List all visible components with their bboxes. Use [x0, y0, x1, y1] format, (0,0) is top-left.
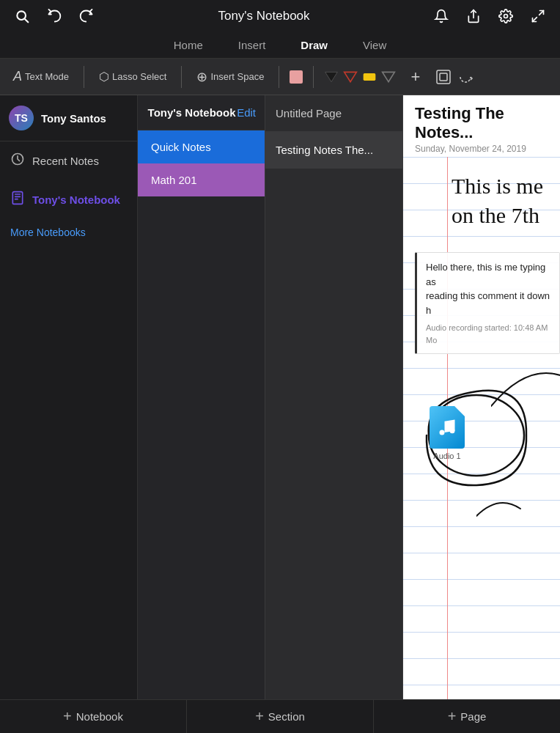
audio-file-icon — [430, 406, 465, 449]
note-typed-section: Hello there, this is me typing asreading… — [415, 252, 560, 354]
note-header: Testing The Notes... Sunday, November 24… — [403, 95, 560, 157]
toolbar-shapes — [324, 70, 396, 84]
redo-icon[interactable] — [76, 6, 97, 26]
search-icon[interactable] — [12, 6, 32, 26]
sections-panel: Tony's Notebook Edit Quick Notes Math 20… — [138, 95, 265, 699]
section-item-math-201[interactable]: Math 201 — [138, 163, 265, 196]
sidebar-item-recent-notes[interactable]: Recent Notes — [0, 141, 137, 180]
add-tool-button[interactable]: + — [406, 65, 424, 89]
sections-notebook-title: Tony's Notebook — [147, 106, 237, 119]
lasso-select-icon: ⬡ — [99, 70, 109, 84]
add-section-button[interactable]: + Section — [187, 700, 374, 733]
svg-point-3 — [504, 15, 508, 18]
undo-icon[interactable] — [44, 6, 65, 26]
more-notebooks-link[interactable]: More Notebooks — [0, 219, 137, 246]
top-bar-right — [431, 6, 548, 26]
sidebar-item-tonys-notebook[interactable]: Tony's Notebook — [0, 180, 137, 219]
sidebar-item-label-recent: Recent Notes — [32, 155, 99, 167]
curved-line-annotation — [491, 362, 560, 421]
notebook-title: Tony's Notebook — [218, 9, 309, 23]
extra-tools — [435, 68, 474, 86]
pages-panel: Untitled Page Testing Notes The... — [265, 95, 403, 699]
svg-rect-13 — [12, 192, 22, 205]
svg-line-4 — [539, 11, 544, 15]
svg-rect-10 — [437, 70, 450, 84]
tab-insert[interactable]: Insert — [232, 36, 272, 54]
add-section-icon: + — [255, 708, 264, 725]
svg-marker-6 — [325, 72, 338, 81]
note-title: Testing The Notes... — [415, 104, 548, 142]
edit-button[interactable]: Edit — [237, 106, 256, 119]
svg-marker-7 — [345, 72, 357, 81]
pen-tool-black-icon[interactable] — [324, 70, 339, 84]
avatar-initials: TS — [15, 112, 28, 124]
clock-icon — [10, 152, 25, 170]
text-mode-button[interactable]: A Text Mode — [9, 66, 73, 87]
sidebar-username[interactable]: Tony Santos — [41, 112, 106, 125]
add-section-label: Section — [268, 710, 305, 723]
audio-file[interactable]: Audio 1 — [430, 406, 465, 460]
bell-icon[interactable] — [431, 6, 452, 26]
note-audio-recording-text: Audio recording started: 10:48 AM Mo — [426, 322, 550, 346]
insert-space-button[interactable]: ⊕ Insert Space — [192, 66, 268, 88]
svg-line-1 — [25, 19, 28, 22]
tab-home[interactable]: Home — [168, 36, 209, 54]
sidebar-item-label-notebook: Tony's Notebook — [32, 194, 120, 206]
add-notebook-icon: + — [63, 708, 72, 725]
insert-space-icon: ⊕ — [196, 69, 207, 85]
add-page-button[interactable]: + Page — [374, 700, 560, 733]
page-item-testing-notes[interactable]: Testing Notes The... — [265, 132, 402, 169]
gear-icon[interactable] — [495, 6, 516, 26]
expand-icon[interactable] — [528, 6, 548, 26]
section-item-quick-notes[interactable]: Quick Notes — [138, 130, 265, 163]
pen-tool-red-icon[interactable] — [343, 70, 358, 84]
toolbar-separator-4 — [313, 66, 314, 88]
top-bar-left — [12, 6, 97, 26]
note-area: Testing The Notes... Sunday, November 24… — [403, 95, 560, 699]
highlight-yellow-icon[interactable] — [362, 70, 377, 84]
page-item-untitled[interactable]: Untitled Page — [265, 95, 402, 132]
bottom-bar: + Notebook + Section + Page — [0, 699, 560, 733]
share-icon[interactable] — [463, 6, 484, 26]
nav-tabs: Home Insert Draw View — [0, 32, 560, 59]
svg-point-0 — [17, 11, 26, 20]
svg-rect-8 — [364, 73, 376, 81]
avatar: TS — [9, 106, 34, 130]
tab-view[interactable]: View — [357, 36, 392, 54]
add-page-label: Page — [460, 710, 486, 723]
toolbar-separator-3 — [279, 66, 279, 88]
insert-space-label: Insert Space — [210, 71, 264, 82]
note-body[interactable]: This is me on the 7th Hello there, this … — [403, 157, 560, 699]
sidebar: TS Tony Santos Recent Notes Tony's Noteb… — [0, 95, 138, 699]
swoosh-line — [476, 487, 535, 523]
notebook-icon — [10, 191, 25, 209]
svg-point-21 — [450, 428, 455, 433]
notebook-header: Tony's Notebook Edit — [138, 95, 265, 130]
svg-point-20 — [440, 430, 445, 435]
lasso-select-label: Lasso Select — [112, 71, 166, 82]
text-mode-icon: A — [13, 69, 22, 84]
lasso-tool-icon[interactable] — [457, 68, 474, 86]
section-label-math-201: Math 201 — [151, 174, 197, 186]
toolbar-separator-2 — [181, 66, 182, 88]
svg-text:This is me: This is me — [452, 174, 543, 198]
svg-rect-11 — [440, 73, 447, 81]
lasso-select-button[interactable]: ⬡ Lasso Select — [95, 67, 171, 86]
sidebar-user: TS Tony Santos — [0, 95, 137, 141]
audio-label: Audio 1 — [433, 452, 460, 460]
top-bar: Tony's Notebook — [0, 0, 560, 32]
toolbar-separator-1 — [84, 66, 84, 88]
shape-tool-icon[interactable] — [435, 68, 452, 86]
pen-tool-dark-icon[interactable] — [381, 70, 396, 84]
page-label-untitled: Untitled Page — [276, 107, 342, 119]
page-label-testing-notes: Testing Notes The... — [276, 144, 373, 156]
color-swatch-pink[interactable] — [290, 70, 303, 84]
text-mode-label: Text Mode — [25, 71, 69, 82]
svg-marker-9 — [383, 72, 395, 81]
svg-text:on the 7th: on the 7th — [452, 203, 539, 227]
note-canvas-area: Audio 1 — [403, 362, 560, 699]
note-typed-text: Hello there, this is me typing asreading… — [426, 260, 550, 317]
tab-draw[interactable]: Draw — [295, 36, 334, 54]
add-notebook-label: Notebook — [76, 710, 123, 723]
add-notebook-button[interactable]: + Notebook — [0, 700, 187, 733]
